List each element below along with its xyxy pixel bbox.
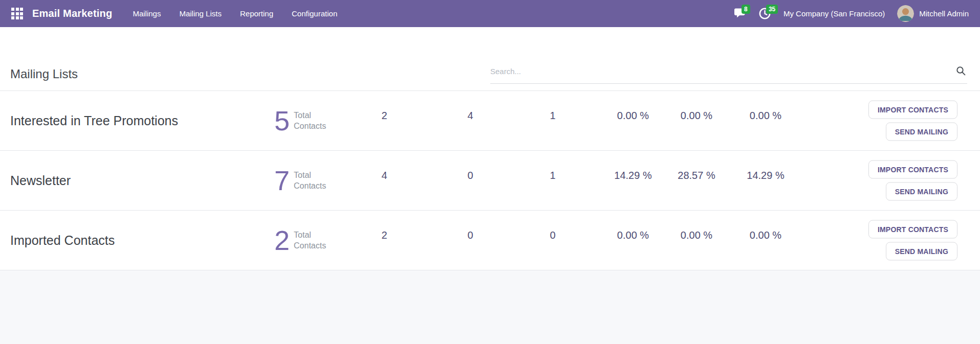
stat-value: 0: [467, 170, 473, 181]
stat-percent: 0.00 %: [617, 110, 649, 122]
menu-reporting[interactable]: Reporting: [240, 9, 273, 18]
stat-percent: 0.00 %: [750, 230, 781, 241]
total-contacts-stat: 2 Total Contacts: [274, 228, 326, 253]
stat-percent: 0.00 %: [681, 230, 712, 241]
card-actions: IMPORT CONTACTS SEND MAILING: [868, 101, 957, 141]
mailing-list-card[interactable]: Imported Contacts 2 Total Contacts 2 0 0…: [0, 211, 980, 270]
total-contacts-label: Total Contacts: [294, 229, 326, 251]
send-mailing-button[interactable]: SEND MAILING: [886, 123, 957, 141]
mailing-lists-kanban: Interested in Tree Promotions 5 Total Co…: [0, 91, 980, 270]
import-contacts-button[interactable]: IMPORT CONTACTS: [868, 220, 957, 239]
total-contacts-stat: 7 Total Contacts: [274, 168, 326, 193]
list-name[interactable]: Imported Contacts: [10, 233, 115, 248]
company-switcher[interactable]: My Company (San Francisco): [783, 9, 885, 18]
app-title[interactable]: Email Marketing: [32, 8, 112, 19]
activities-count-badge[interactable]: 35: [766, 5, 778, 14]
apps-menu-icon[interactable]: [11, 8, 23, 19]
messages-button[interactable]: 8: [734, 8, 747, 20]
list-name[interactable]: Interested in Tree Promotions: [10, 113, 178, 128]
send-mailing-button[interactable]: SEND MAILING: [886, 242, 957, 261]
stat-value: 0: [467, 230, 473, 241]
menu-mailing-lists[interactable]: Mailing Lists: [179, 9, 222, 18]
stat-percent: 14.29 %: [747, 170, 784, 181]
stat-value: 4: [467, 110, 473, 122]
control-panel: Mailing Lists NEW Filters: [0, 27, 980, 91]
email-marketing-app: Email Marketing Mailings Mailing Lists R…: [0, 0, 980, 344]
navbar-systray: 8 35 My Company (San Francisco): [734, 5, 969, 22]
search-bar[interactable]: [490, 59, 967, 84]
total-contacts-count: 7: [274, 168, 290, 193]
stat-percent: 14.29 %: [614, 170, 651, 181]
total-contacts-label: Total Contacts: [294, 109, 326, 131]
search-icon[interactable]: [956, 66, 966, 76]
card-actions: IMPORT CONTACTS SEND MAILING: [868, 220, 957, 261]
breadcrumb-title: Mailing Lists: [10, 67, 78, 81]
stat-value: 0: [550, 230, 555, 241]
top-navbar: Email Marketing Mailings Mailing Lists R…: [0, 0, 980, 27]
stat-value: 2: [381, 230, 387, 241]
import-contacts-button[interactable]: IMPORT CONTACTS: [868, 160, 957, 179]
search-input[interactable]: [490, 67, 956, 76]
menu-mailings[interactable]: Mailings: [133, 9, 161, 18]
stat-value: 4: [381, 170, 387, 181]
menu-configuration[interactable]: Configuration: [292, 9, 337, 18]
main-menu: Mailings Mailing Lists Reporting Configu…: [133, 9, 337, 18]
activities-button[interactable]: 35: [759, 8, 771, 20]
stat-percent: 0.00 %: [750, 110, 781, 122]
messages-count-badge[interactable]: 8: [742, 5, 750, 14]
list-name[interactable]: Newsletter: [10, 173, 71, 188]
empty-area: [0, 270, 980, 344]
user-name: Mitchell Admin: [919, 9, 969, 18]
stat-value: 2: [381, 110, 387, 122]
total-contacts-count: 5: [274, 108, 290, 133]
stat-value: 1: [550, 170, 555, 181]
stat-percent: 0.00 %: [617, 230, 649, 241]
total-contacts-label: Total Contacts: [294, 169, 326, 191]
import-contacts-button[interactable]: IMPORT CONTACTS: [868, 101, 957, 119]
stat-percent: 0.00 %: [681, 110, 712, 122]
stat-value: 1: [550, 110, 555, 122]
mailing-list-card[interactable]: Interested in Tree Promotions 5 Total Co…: [0, 91, 980, 151]
card-actions: IMPORT CONTACTS SEND MAILING: [868, 160, 957, 201]
stat-percent: 28.57 %: [678, 170, 715, 181]
total-contacts-count: 2: [274, 228, 290, 253]
mailing-list-card[interactable]: Newsletter 7 Total Contacts 4 0 1 14.29 …: [0, 151, 980, 211]
user-avatar[interactable]: [897, 5, 914, 22]
total-contacts-stat: 5 Total Contacts: [274, 108, 326, 133]
user-menu[interactable]: Mitchell Admin: [897, 5, 969, 22]
send-mailing-button[interactable]: SEND MAILING: [886, 182, 957, 201]
